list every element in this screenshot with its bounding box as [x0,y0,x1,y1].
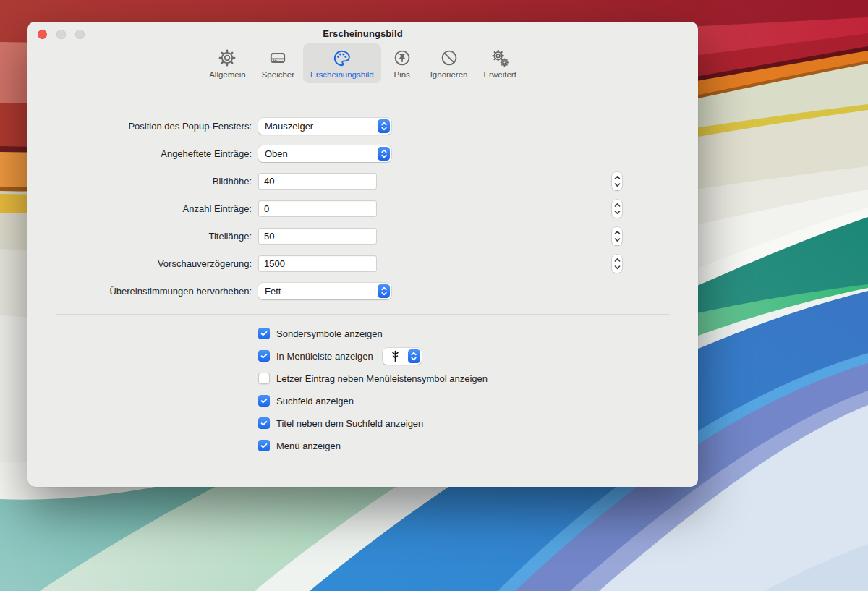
checkbox-label: Suchfeld anzeigen [276,396,354,407]
gears-icon [490,48,510,68]
tab-allgemein[interactable]: Allgemein [202,43,253,83]
tab-ignorieren[interactable]: Ignorieren [423,43,475,83]
twig-icon [388,349,402,366]
entry-count-field[interactable] [258,200,377,217]
harddrive-icon [268,48,287,68]
field-label: Bildhöhe: [27,176,252,187]
checkbox-row: Sondersymbole anzeigen [258,326,383,341]
select-value: Fett [265,286,281,297]
stepper-control[interactable] [612,227,622,245]
tab-label: Allgemein [209,70,246,79]
prohibition-icon [440,48,459,68]
tab-label: Ignorieren [430,70,468,79]
preview-delay-field[interactable] [258,255,377,272]
select-chevrons-icon [378,147,390,161]
pin-circle-icon [393,48,412,68]
checkbox-row: In Menüleiste anzeigen [258,349,422,363]
form-row: Vorschauverzögerung: [27,255,698,272]
image-height-field[interactable] [258,173,377,190]
section-divider [56,314,669,315]
pinned-entries-select[interactable]: Oben [258,145,391,162]
checkbox-row: Suchfeld anzeigen [258,394,354,408]
checkbox-row: Titel neben dem Suchfeld anzeigen [258,416,423,430]
stepper-control[interactable] [612,200,622,218]
checkbox-label: Titel neben dem Suchfeld anzeigen [276,418,423,429]
form-row: Angeheftete Einträge: Oben [27,145,698,162]
tab-label: Erweitert [483,70,516,79]
field-label: Übereinstimmungen hervorheben: [27,286,252,297]
checkbox-label: Sondersymbole anzeigen [276,328,383,339]
checkbox-menue[interactable] [258,440,270,451]
toolbar: Allgemein Speicher [27,43,698,95]
form-row: Übereinstimmungen hervorheben: Fett [27,282,698,299]
checkbox-row: Letzer Eintrag neben Menüleistensymbol a… [258,371,488,386]
stepper-control[interactable] [612,172,622,190]
highlight-matches-select[interactable]: Fett [258,283,391,299]
checkbox-titel-suchfeld[interactable] [258,417,270,429]
tab-pins[interactable]: Pins [383,43,422,83]
select-value: Oben [265,148,288,159]
field-label: Angeheftete Einträge: [27,148,252,159]
form-row: Titellänge: [27,227,698,245]
tab-label: Pins [393,70,409,79]
preferences-window: Erscheinungsbild Allgemein [27,22,698,487]
tab-erweitert[interactable]: Erweitert [476,43,523,83]
tab-speicher[interactable]: Speicher [255,43,302,83]
field-label: Anzahl Einträge: [27,203,252,214]
field-label: Vorschauverzögerung: [27,258,252,269]
select-value: Mauszeiger [265,121,313,132]
form-row: Anzahl Einträge: [27,200,698,217]
checkbox-label: Letzer Eintrag neben Menüleistensymbol a… [276,373,488,384]
checkbox-label: Menü anzeigen [276,441,341,451]
field-label: Titellänge: [27,231,252,242]
form-row: Position des Popup-Fensters: Mauszeiger [27,117,698,135]
tab-erscheinungsbild[interactable]: Erscheinungsbild [303,43,381,83]
stepper-control[interactable] [612,255,622,273]
popup-position-select[interactable]: Mauszeiger [258,118,391,135]
checkbox-letzter-eintrag[interactable] [258,373,270,384]
form-row: Bildhöhe: [27,172,698,190]
titlebar: Erscheinungsbild [27,22,698,43]
gear-icon [218,48,237,68]
checkbox-label: In Menüleiste anzeigen [276,351,373,362]
field-label: Position des Popup-Fensters: [27,121,252,132]
select-chevrons-icon [378,284,390,298]
palette-icon [332,48,352,68]
tab-label: Erscheinungsbild [310,70,374,79]
checkbox-menueleiste[interactable] [258,350,270,362]
window-title: Erscheinungsbild [27,28,698,39]
tab-label: Speicher [262,70,294,79]
checkbox-row: Menü anzeigen [258,438,341,453]
menubar-icon-select[interactable] [383,348,422,365]
title-length-field[interactable] [258,228,377,245]
checkbox-suchfeld[interactable] [258,395,270,407]
select-chevrons-icon [408,349,420,363]
select-chevrons-icon [378,119,390,133]
checkbox-sondersymbole[interactable] [258,328,270,339]
